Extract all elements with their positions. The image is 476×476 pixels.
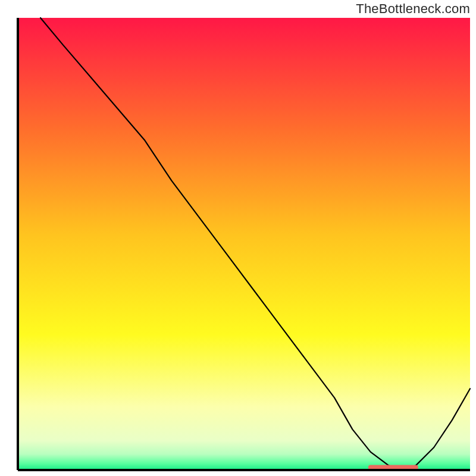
bottleneck-chart bbox=[0, 0, 476, 476]
chart-root: { "attribution": "TheBottleneck.com", "c… bbox=[0, 0, 476, 476]
plot-background bbox=[18, 18, 470, 470]
